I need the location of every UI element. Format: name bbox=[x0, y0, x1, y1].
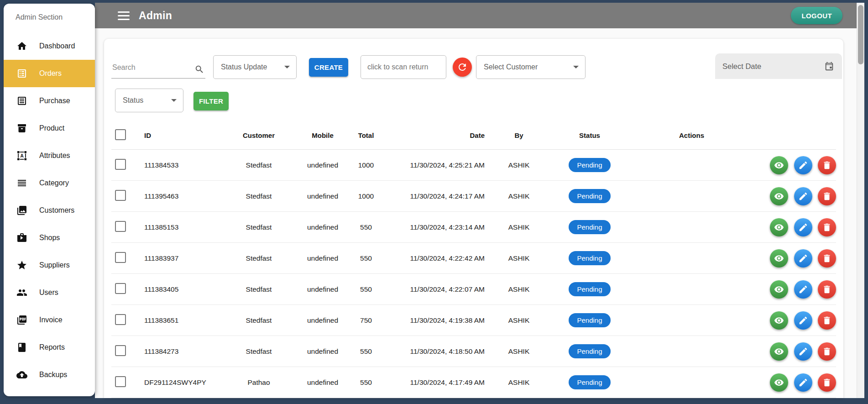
refresh-button[interactable] bbox=[453, 58, 472, 77]
sidebar-item-label: Purchase bbox=[39, 97, 70, 105]
sidebar-item-customers[interactable]: Customers bbox=[4, 197, 95, 224]
table-row: 111395463 Stedfast undefined 1000 11/30/… bbox=[111, 181, 836, 212]
sidebar-item-label: Product bbox=[39, 124, 64, 132]
sidebar-item-backups[interactable]: Backups bbox=[4, 361, 95, 388]
trash-icon bbox=[822, 378, 832, 388]
row-checkbox[interactable] bbox=[115, 283, 126, 294]
row-checkbox[interactable] bbox=[115, 252, 126, 263]
sidebar-item-attributes[interactable]: A Attributes bbox=[4, 142, 95, 169]
eye-icon bbox=[774, 315, 784, 325]
search-input[interactable] bbox=[111, 57, 191, 72]
cell-by: ASHIK bbox=[485, 243, 553, 274]
cell-by: ASHIK bbox=[485, 274, 553, 305]
cell-total: 1000 bbox=[352, 181, 380, 212]
cell-total: 750 bbox=[352, 305, 380, 336]
column-header-actions: Actions bbox=[626, 121, 836, 150]
sidebar-item-shops[interactable]: Shops bbox=[4, 224, 95, 252]
sidebar-item-orders[interactable]: Orders bbox=[4, 60, 95, 87]
cell-mobile: undefined bbox=[293, 150, 352, 181]
pdf-icon bbox=[16, 315, 27, 325]
delete-button[interactable] bbox=[818, 373, 836, 392]
view-button[interactable] bbox=[770, 249, 788, 268]
home-icon bbox=[16, 41, 27, 52]
status-update-label: Status Update bbox=[221, 63, 267, 71]
edit-button[interactable] bbox=[794, 218, 812, 236]
logout-button[interactable]: LOGOUT bbox=[791, 7, 842, 24]
table-row: 111383405 Stedfast undefined 550 11/30/2… bbox=[111, 274, 836, 305]
scan-return-input[interactable] bbox=[361, 55, 446, 79]
trash-icon bbox=[822, 222, 832, 232]
edit-button[interactable] bbox=[794, 342, 812, 361]
cell-mobile: undefined bbox=[293, 367, 352, 398]
refresh-icon bbox=[457, 62, 468, 73]
cell-date: 11/30/2024, 4:24:17 AM bbox=[380, 181, 485, 212]
trash-icon bbox=[822, 160, 832, 170]
cell-date: 11/30/2024, 4:23:14 AM bbox=[380, 212, 485, 243]
cell-total: 550 bbox=[352, 367, 380, 398]
delete-button[interactable] bbox=[818, 249, 836, 268]
edit-button[interactable] bbox=[794, 311, 812, 330]
pencil-icon bbox=[798, 191, 808, 201]
status-update-select[interactable]: Status Update bbox=[213, 55, 297, 79]
sidebar-item-dashboard[interactable]: Dashboard bbox=[4, 32, 95, 60]
menu-icon[interactable] bbox=[118, 11, 130, 20]
status-badge: Pending bbox=[569, 158, 610, 172]
column-header-customer: Customer bbox=[225, 121, 293, 150]
delete-button[interactable] bbox=[818, 187, 836, 205]
sidebar-item-label: Orders bbox=[39, 69, 62, 78]
edit-button[interactable] bbox=[794, 249, 812, 268]
select-all-checkbox[interactable] bbox=[115, 129, 126, 140]
book-icon bbox=[16, 342, 27, 353]
sidebar-item-purchase[interactable]: Purchase bbox=[4, 87, 95, 115]
delete-button[interactable] bbox=[818, 280, 836, 299]
sidebar-item-users[interactable]: Users bbox=[4, 279, 95, 306]
row-checkbox[interactable] bbox=[115, 345, 126, 356]
scrollbar-thumb[interactable] bbox=[858, 5, 863, 64]
delete-button[interactable] bbox=[818, 342, 836, 361]
delete-button[interactable] bbox=[818, 218, 836, 236]
sidebar-item-invoice[interactable]: Invoice bbox=[4, 306, 95, 334]
cell-id: 111383651 bbox=[133, 305, 225, 336]
row-checkbox[interactable] bbox=[115, 376, 126, 387]
edit-button[interactable] bbox=[794, 280, 812, 299]
cell-id: 111395463 bbox=[133, 181, 225, 212]
view-button[interactable] bbox=[770, 342, 788, 361]
view-button[interactable] bbox=[770, 187, 788, 205]
sidebar-item-category[interactable]: Category bbox=[4, 169, 95, 197]
cell-id: 111385153 bbox=[133, 212, 225, 243]
sidebar-item-suppliers[interactable]: Suppliers bbox=[4, 252, 95, 279]
row-checkbox[interactable] bbox=[115, 190, 126, 201]
trash-icon bbox=[822, 191, 832, 201]
create-button[interactable]: CREATE bbox=[309, 58, 348, 77]
row-checkbox[interactable] bbox=[115, 314, 126, 325]
delete-button[interactable] bbox=[818, 311, 836, 330]
edit-button[interactable] bbox=[794, 187, 812, 205]
view-button[interactable] bbox=[770, 156, 788, 174]
pencil-icon bbox=[798, 222, 808, 232]
status-filter-select[interactable]: Status bbox=[115, 89, 183, 112]
delete-button[interactable] bbox=[818, 156, 836, 174]
view-button[interactable] bbox=[770, 218, 788, 236]
view-button[interactable] bbox=[770, 311, 788, 330]
view-button[interactable] bbox=[770, 280, 788, 299]
cell-mobile: undefined bbox=[293, 336, 352, 367]
view-button[interactable] bbox=[770, 373, 788, 392]
sidebar-item-product[interactable]: Product bbox=[4, 115, 95, 142]
cell-customer: Stedfast bbox=[225, 150, 293, 181]
sidebar-item-reports[interactable]: Reports bbox=[4, 334, 95, 361]
cell-total: 550 bbox=[352, 274, 380, 305]
scrollbar-track[interactable] bbox=[857, 3, 864, 398]
row-checkbox[interactable] bbox=[115, 159, 126, 170]
attributes-frame-icon: A bbox=[16, 150, 27, 161]
row-checkbox[interactable] bbox=[115, 221, 126, 232]
column-header-status: Status bbox=[553, 121, 626, 150]
orders-table: ID Customer Mobile Total Date By Status … bbox=[111, 121, 836, 398]
category-lines-icon bbox=[16, 178, 27, 189]
edit-button[interactable] bbox=[794, 373, 812, 392]
select-customer-select[interactable]: Select Customer bbox=[476, 55, 586, 79]
filter-button[interactable]: FILTER bbox=[193, 92, 229, 110]
edit-button[interactable] bbox=[794, 156, 812, 174]
select-date-field[interactable]: Select Date bbox=[715, 53, 842, 79]
status-filter-label: Status bbox=[123, 96, 143, 105]
trash-icon bbox=[822, 346, 832, 357]
